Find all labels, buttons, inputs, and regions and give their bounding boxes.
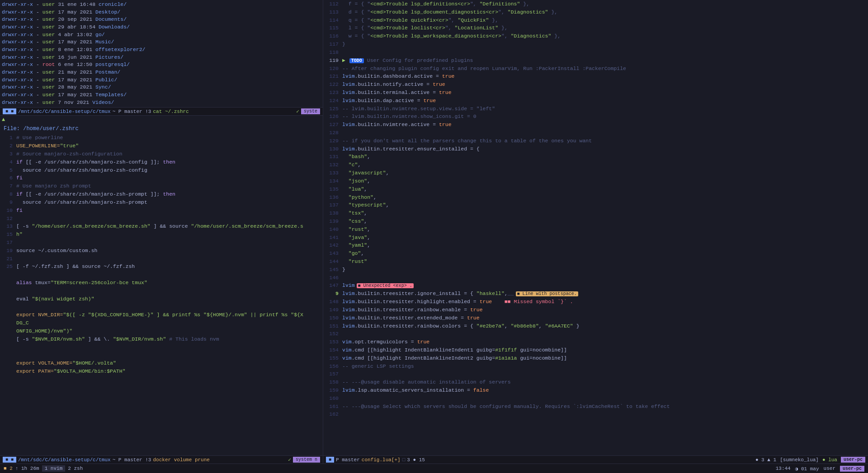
status-check-bottom: ✓: [288, 457, 291, 463]
lsp-name: [sumneko_lua]: [780, 457, 819, 463]
mode-indicator: ■: [326, 457, 334, 463]
dir-entry: drwxr-xr-x - user 17 may 2021 Templates/: [2, 91, 321, 99]
right-panel: 112 113 114 115 116 117 118 119 120 121 …: [323, 0, 868, 464]
diag-errors: ● 3 ▲ 1: [755, 457, 776, 463]
editor-sb-left: ■ P master config.lua[+] □ 3 ● 15: [326, 457, 425, 463]
bottom-bar: ■ 2 ↑ 1h 26m 1 nvim 2 zsh 13:44 ◑ 01 may…: [0, 464, 868, 473]
cmd-separator: cat ~/.zshrc: [153, 109, 189, 114]
git-branch-bottom: ~ P master !3: [113, 457, 151, 463]
pane-indicator-bottom: ■ ■: [3, 457, 16, 463]
filetype: ● lua: [822, 457, 837, 463]
clock: 13:44: [776, 466, 791, 471]
dir-entry: drwxr-xr-x - user 29 abr 18:54 Downloads…: [2, 23, 321, 31]
dir-entry: drwxr-xr-x - user 17 may 2021 Music/: [2, 38, 321, 46]
dir-entry: drwxr-xr-x - user 28 may 2021 Sync/: [2, 84, 321, 91]
code-area: 1 2 3 4 5 6 7 8 9 10 12 13 15: [0, 134, 323, 455]
user-label: user: [824, 466, 835, 471]
status-check: ✓: [296, 108, 299, 114]
dir-entry: drwxr-xr-x - user 20 sep 2021 Documents/: [2, 16, 321, 23]
file-header: File: /home/user/.zshrc: [0, 124, 323, 134]
left-panel: drwxr-xr-x - user 31 ene 16:48 cronicle/…: [0, 0, 323, 464]
editor-statusbar: ■ P master config.lua[+] □ 3 ● 15 ● 3 ▲ …: [323, 455, 868, 464]
file-listing: drwxr-xr-x - user 31 ene 16:48 cronicle/…: [0, 0, 323, 107]
pane-indicator: ■ ■: [3, 108, 16, 114]
top-terminal-statusbar: ■ ■ /mnt/sdc/C/ansible-setup/c/tmux ~ P …: [0, 107, 323, 116]
filename-badge: config.lua[+]: [362, 457, 401, 463]
sys-label: syste: [301, 108, 320, 114]
editor-code-area: 112 113 114 115 116 117 118 119 120 121 …: [323, 0, 868, 455]
zsh-pane[interactable]: 2 zsh: [68, 466, 83, 471]
file-content: File: /home/user/.zshrc 1 2 3 4 5 6 7 8 …: [0, 124, 323, 455]
editor-sb-right: ● 3 ▲ 1 [sumneko_lua] ● lua user-pc: [755, 457, 865, 463]
dir-entry: drwxr-xr-x - user 31 ene 16:48 cronicle/: [2, 1, 321, 9]
host-bottom: user-pc: [840, 466, 864, 472]
pane-num: ■ 2: [4, 466, 13, 471]
bottom-bar-left: ■ 2 ↑ 1h 26m 1 nvim 2 zsh: [4, 465, 83, 472]
terminal-prompt: ▲: [0, 116, 323, 124]
dir-entry: drwxr-xr-x - user 8 ene 12:01 offsetexpl…: [2, 46, 321, 54]
dir-entry: drwxr-xr-x - user 21 may 2021 Postman/: [2, 69, 321, 76]
main-area: drwxr-xr-x - user 31 ene 16:48 cronicle/…: [0, 0, 868, 464]
bottom-bar-right: 13:44 ◑ 01 may user user-pc: [776, 466, 864, 472]
cursor-pos: 3 ● 15: [407, 457, 425, 463]
bottom-terminal-statusbar: ■ ■ /mnt/sdc/C/ansible-setup/c/tmux ~ P …: [0, 455, 323, 464]
dir-entry: drwxr-xr-x - user 4 abr 13:02 go/: [2, 31, 321, 39]
line-numbers: 1 2 3 4 5 6 7 8 9 10 12 13 15: [0, 134, 16, 455]
prompt-arrow: ▲: [2, 117, 5, 123]
terminal-path-bottom: /mnt/sdc/C/ansible-setup/c/tmux: [18, 457, 111, 463]
host-label: user-pc: [841, 457, 865, 463]
sys-label-bottom: system n: [293, 457, 320, 463]
docker-cmd: docker volume prune: [153, 457, 209, 463]
date: ◑ 01 may: [795, 466, 819, 472]
dir-entry: drwxr-xr-x - user 17 may 2021 Desktop/: [2, 9, 321, 16]
git-branch-editor: P master: [336, 457, 360, 463]
git-branch: ~ P master !3: [113, 109, 151, 114]
dir-entry: drwxr-xr-x - user 7 nov 2021 Videos/: [2, 99, 321, 107]
dir-entry: drwxr-xr-x - root 6 ene 12:50 postgresql…: [2, 61, 321, 69]
dir-entry: drwxr-xr-x - user 16 jun 2021 Pictures/: [2, 54, 321, 61]
editor-line-numbers: 112 113 114 115 116 117 118 119 120 121 …: [323, 0, 342, 455]
code-content[interactable]: # Use powerline USE_POWERLINE="true" # S…: [16, 134, 323, 455]
dir-entry: drwxr-xr-x - user 17 may 2021 Public/: [2, 76, 321, 84]
uptime: ↑ 1h 26m: [15, 466, 39, 471]
nvim-pane[interactable]: 1 nvim: [42, 465, 66, 472]
editor-content[interactable]: f = { "<cmd>Trouble lsp_definitions<cr>"…: [342, 0, 868, 455]
buffer-icon: □: [402, 457, 406, 463]
terminal-path: /mnt/sdc/C/ansible-setup/c/tmux: [18, 109, 111, 114]
